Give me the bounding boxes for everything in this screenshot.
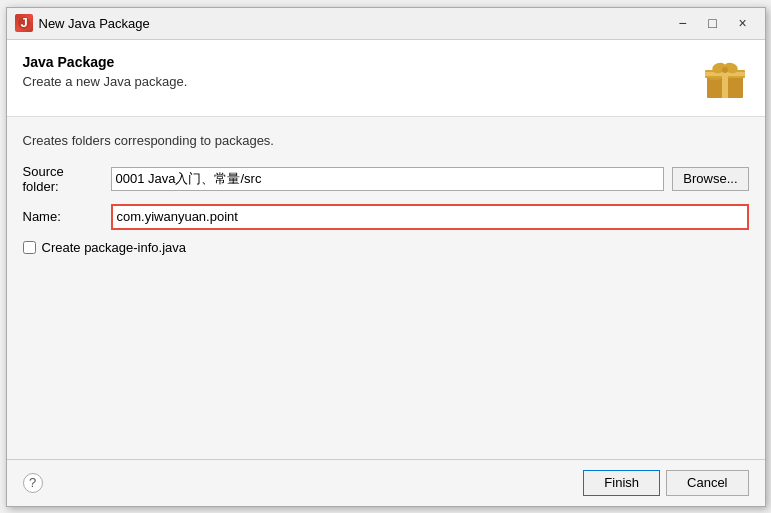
dialog-footer: ? Finish Cancel bbox=[7, 459, 765, 506]
window-controls: − □ × bbox=[669, 12, 757, 34]
checkbox-row: Create package-info.java bbox=[23, 240, 749, 255]
footer-buttons: Finish Cancel bbox=[583, 470, 748, 496]
checkbox-label: Create package-info.java bbox=[42, 240, 187, 255]
browse-button[interactable]: Browse... bbox=[672, 167, 748, 191]
finish-button[interactable]: Finish bbox=[583, 470, 660, 496]
create-package-info-checkbox[interactable] bbox=[23, 241, 36, 254]
header-text: Java Package Create a new Java package. bbox=[23, 54, 188, 89]
title-bar: J New Java Package − □ × bbox=[7, 8, 765, 40]
source-folder-input[interactable] bbox=[111, 167, 665, 191]
window-icon: J bbox=[15, 14, 33, 32]
source-folder-label: Source folder: bbox=[23, 164, 103, 194]
cancel-button[interactable]: Cancel bbox=[666, 470, 748, 496]
name-row: Name: bbox=[23, 204, 749, 230]
gift-icon bbox=[701, 54, 749, 102]
footer-left: ? bbox=[23, 473, 43, 493]
name-input[interactable] bbox=[111, 204, 749, 230]
minimize-button[interactable]: − bbox=[669, 12, 697, 34]
dialog-content: Creates folders corresponding to package… bbox=[7, 117, 765, 459]
content-description: Creates folders corresponding to package… bbox=[23, 133, 749, 148]
dialog-window: J New Java Package − □ × Java Package Cr… bbox=[6, 7, 766, 507]
dialog-header: Java Package Create a new Java package. bbox=[7, 40, 765, 117]
window-title: New Java Package bbox=[39, 16, 669, 31]
svg-point-8 bbox=[722, 67, 728, 73]
help-icon-label: ? bbox=[29, 475, 36, 490]
source-folder-row: Source folder: Browse... bbox=[23, 164, 749, 194]
svg-rect-9 bbox=[709, 78, 721, 80]
maximize-button[interactable]: □ bbox=[699, 12, 727, 34]
close-button[interactable]: × bbox=[729, 12, 757, 34]
help-button[interactable]: ? bbox=[23, 473, 43, 493]
header-title: Java Package bbox=[23, 54, 188, 70]
header-subtitle: Create a new Java package. bbox=[23, 74, 188, 89]
svg-text:J: J bbox=[20, 16, 27, 30]
name-label: Name: bbox=[23, 209, 103, 224]
